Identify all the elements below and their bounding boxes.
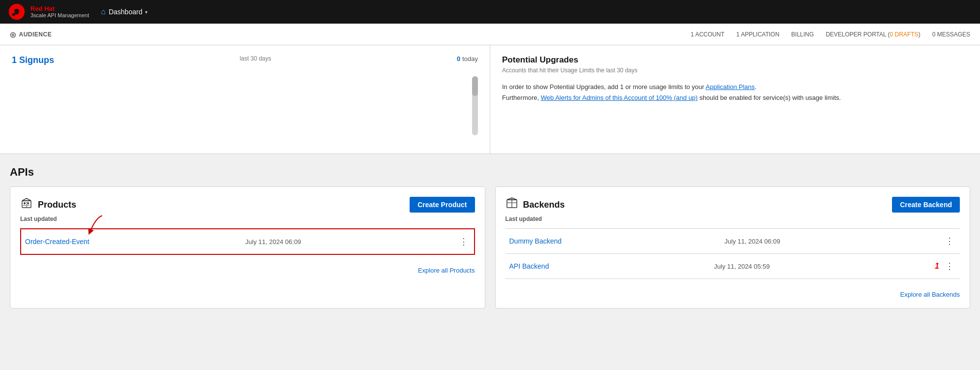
products-card-header: Products Create Product [20,197,475,213]
dashboard-nav-item[interactable]: ⌂ Dashboard ▾ [101,7,148,16]
product-list-item-order-created: Order-Created-Event July 11, 2024 06:09 … [20,228,475,255]
chart-scrollbar[interactable] [472,76,478,135]
backends-box-icon [505,197,518,210]
nav-accounts[interactable]: 1 ACCOUNT [691,31,725,38]
nav-applications[interactable]: 1 APPLICATION [736,31,779,38]
application-plans-link[interactable]: Application Plans [706,83,755,91]
potential-body-line1: In order to show Potential Upgrades, add… [502,83,704,91]
apis-title: APIs [10,166,970,179]
backends-title-row: Backends [505,197,565,213]
home-icon: ⌂ [101,7,106,16]
backend-list-item-api: API Backend July 11, 2024 05:59 1 ⋮ [505,254,960,279]
web-alerts-link[interactable]: Web Alerts for Admins of this Account of… [541,94,698,101]
backends-icon [505,197,518,213]
product-kebab-menu-icon[interactable]: ⋮ [457,235,470,248]
explore-all-backends-row: Explore all Backends [505,283,960,298]
brand-product-label: 3scale API Management [30,12,89,19]
potential-body-period: . [755,83,757,91]
explore-all-products-row: Explore all Products [20,259,475,274]
potential-body-line2-start: Furthermore, [502,94,539,101]
nav-developer-portal[interactable]: DEVELOPER PORTAL (0 DRAFTS) [826,31,921,38]
products-cube-icon [20,197,33,210]
audience-label: ◎ AUDIENCE [10,31,52,38]
apis-section: APIs [0,154,980,320]
target-icon: ◎ [10,31,16,38]
potential-upgrades-body: In order to show Potential Upgrades, add… [502,82,968,103]
potential-upgrades-panel: Potential Upgrades Accounts that hit the… [490,45,980,154]
backend-kebab-dummy-icon[interactable]: ⋮ [943,235,956,247]
arrow-annotation-container: Order-Created-Event July 11, 2024 06:09 … [20,228,475,255]
backend-actions-dummy: ⋮ [943,235,956,247]
nav-billing[interactable]: BILLING [791,31,814,38]
backend-date-dummy: July 11, 2024 06:09 [562,238,943,245]
apis-panels: Products Create Product Last updated [10,186,970,308]
brand-logo-area: Red Hat 3scale API Management [8,3,89,21]
backends-card-header: Backends Create Backend [505,197,960,213]
brand-redhat-label: Red Hat [30,5,89,13]
backend-name-api[interactable]: API Backend [509,262,549,270]
audience-nav-items: 1 ACCOUNT 1 APPLICATION BILLING DEVELOPE… [691,31,970,38]
chart-area [12,71,478,140]
backend-date-api: July 11, 2024 05:59 [549,263,935,270]
potential-upgrades-subtitle: Accounts that hit their Usage Limits the… [502,67,968,74]
signups-title[interactable]: 1 Signups [12,55,54,65]
signups-panel: 1 Signups last 30 days 0 today [0,45,490,154]
backends-last-updated-label: Last updated [505,216,960,222]
signups-today-count: 0 [457,55,460,62]
explore-all-products-link[interactable]: Explore all Products [418,267,475,274]
backend-alert-badge: 1 [935,262,939,271]
signups-today-label: today [462,55,478,62]
signups-header: 1 Signups last 30 days 0 today [12,55,478,65]
main-content: 1 Signups last 30 days 0 today Potential… [0,45,980,320]
top-panels: 1 Signups last 30 days 0 today Potential… [0,45,980,154]
product-name-order-created[interactable]: Order-Created-Event [25,238,89,246]
brand-text: Red Hat 3scale API Management [30,5,89,19]
explore-all-backends-link[interactable]: Explore all Backends [900,291,960,298]
backend-kebab-api-icon[interactable]: ⋮ [943,260,956,273]
create-product-button[interactable]: Create Product [410,197,475,213]
backend-name-dummy[interactable]: Dummy Backend [509,237,562,245]
dashboard-label: Dashboard [109,8,143,16]
products-last-updated-label: Last updated [20,216,475,222]
backends-card-title: Backends [523,200,565,210]
chevron-down-icon: ▾ [145,9,148,15]
redhat-logo-icon [8,3,26,21]
product-date-order-created: July 11, 2024 06:09 [89,238,457,246]
nav-drafts-count: 0 DRAFTS [890,31,919,38]
products-card-title: Products [38,200,76,210]
backend-actions-api: 1 ⋮ [935,260,956,273]
svg-point-4 [24,202,26,204]
products-card: Products Create Product Last updated [10,186,485,308]
audience-bar: ◎ AUDIENCE 1 ACCOUNT 1 APPLICATION BILLI… [0,24,980,45]
backends-card: Backends Create Backend Last updated Dum… [495,186,971,308]
signups-today: 0 today [457,55,478,62]
chart-scrollbar-thumb [472,76,478,96]
create-backend-button[interactable]: Create Backend [892,197,960,213]
product-actions-order-created: ⋮ [457,235,470,248]
audience-text: AUDIENCE [19,31,52,38]
potential-upgrades-title: Potential Upgrades [502,55,968,65]
top-navigation: Red Hat 3scale API Management ⌂ Dashboar… [0,0,980,24]
signups-period: last 30 days [239,55,271,62]
products-icon [20,197,33,213]
potential-body-line2-end: should be enabled for service(s) with us… [700,94,841,101]
products-title-row: Products [20,197,76,213]
nav-messages[interactable]: 0 MESSAGES [932,31,970,38]
backend-list-item-dummy: Dummy Backend July 11, 2024 06:09 ⋮ [505,228,960,254]
svg-point-5 [27,202,29,204]
